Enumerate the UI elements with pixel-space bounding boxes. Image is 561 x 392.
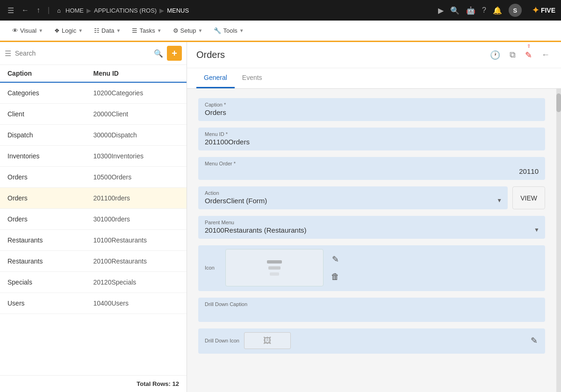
action-dropdown-arrow[interactable]: ▼ bbox=[496, 197, 502, 204]
up-icon[interactable]: ↑ bbox=[35, 4, 42, 16]
chevron-down-icon: ▼ bbox=[116, 28, 121, 33]
table-body: Categories 10200Categories Client 20000C… bbox=[0, 83, 187, 375]
play-icon[interactable]: ▶ bbox=[438, 6, 444, 15]
right-panel: Orders 🕐 ⧉ ⇧ ✎ ← General Events bbox=[187, 42, 561, 392]
caption-value[interactable]: Orders bbox=[205, 108, 539, 116]
hamburger-icon[interactable]: ☰ bbox=[6, 4, 16, 17]
caption-label: Caption * bbox=[205, 102, 539, 107]
breadcrumb: ⌂ HOME ▶ APPLICATIONS (ROS) ▶ MENUS bbox=[55, 5, 434, 16]
icon-delete-button[interactable]: 🗑 bbox=[330, 271, 340, 283]
menu-id-label: Menu ID * bbox=[205, 131, 539, 137]
search-bar: ☰ 🔍 + bbox=[0, 42, 187, 65]
table-row[interactable]: Users 10400Users bbox=[0, 293, 187, 314]
menu-order-value[interactable]: 20110 bbox=[205, 167, 539, 175]
icon-layer-2 bbox=[268, 266, 280, 270]
table-row[interactable]: Client 20000Client bbox=[0, 104, 187, 125]
right-actions: 🕐 ⧉ ⇧ ✎ ← bbox=[488, 48, 552, 62]
drill-down-icon-field: Drill Down Icon 🖼 ✎ bbox=[198, 328, 545, 354]
drill-down-icon-edit-button[interactable]: ✎ bbox=[530, 335, 539, 347]
chevron-down-icon: ▼ bbox=[239, 28, 244, 33]
nav-item-setup[interactable]: ⚙ Setup ▼ bbox=[168, 24, 208, 37]
chevron-down-icon: ▼ bbox=[78, 28, 83, 33]
table-row[interactable]: Categories 10200Categories bbox=[0, 83, 187, 104]
filter-icon[interactable]: ☰ bbox=[5, 49, 11, 58]
parent-menu-dropdown-arrow[interactable]: ▼ bbox=[534, 227, 539, 233]
table-row[interactable]: Specials 20120Specials bbox=[0, 272, 187, 293]
nav-item-visual[interactable]: 👁 Visual ▼ bbox=[7, 24, 48, 37]
left-panel: ☰ 🔍 + Caption Menu ID Categories 10200Ca… bbox=[0, 42, 187, 392]
tasks-icon: ☰ bbox=[132, 27, 137, 34]
home-icon[interactable]: ⌂ bbox=[55, 5, 63, 16]
breadcrumb-home[interactable]: HOME bbox=[65, 7, 84, 14]
table-row[interactable]: Dispatch 30000Dispatch bbox=[0, 125, 187, 146]
tab-general[interactable]: General bbox=[196, 68, 235, 88]
action-label: Action bbox=[205, 190, 501, 196]
menu-id-value[interactable]: 201100Orders bbox=[205, 138, 539, 146]
table-row[interactable]: Orders 301000rders bbox=[0, 209, 187, 230]
table-row[interactable]: Orders 10500Orders bbox=[0, 167, 187, 188]
bell-icon[interactable]: 🔔 bbox=[493, 6, 502, 15]
secondary-navigation: 👁 Visual ▼ ❖ Logic ▼ ☷ Data ▼ ☰ Tasks ▼ … bbox=[0, 21, 561, 42]
icon-actions: ✎ 🗑 bbox=[330, 253, 340, 283]
nav-right-actions: ▶ 🔍 🤖 ? 🔔 S ✦ FIVE bbox=[438, 4, 555, 17]
icon-label: Icon bbox=[205, 265, 219, 271]
parent-menu-label: Parent Menu bbox=[205, 220, 539, 225]
drill-down-icon-preview: 🖼 bbox=[244, 332, 291, 349]
eye-icon: 👁 bbox=[12, 27, 18, 34]
menu-id-field: Menu ID * 201100Orders bbox=[198, 128, 545, 150]
gear-icon: ⚙ bbox=[173, 27, 179, 34]
tools-icon: 🔧 bbox=[214, 27, 221, 34]
nav-item-tasks[interactable]: ☰ Tasks ▼ bbox=[127, 24, 166, 37]
top-navigation: ☰ ← ↑ | ⌂ HOME ▶ APPLICATIONS (ROS) ▶ ME… bbox=[0, 0, 561, 21]
table-row[interactable]: Restaurants 20100Restaurants bbox=[0, 251, 187, 272]
nav-item-data[interactable]: ☷ Data ▼ bbox=[89, 24, 125, 37]
add-button[interactable]: + bbox=[167, 46, 182, 61]
table-header: Caption Menu ID bbox=[0, 65, 187, 83]
chevron-down-icon: ▼ bbox=[38, 28, 43, 33]
table-footer: Total Rows: 12 bbox=[0, 375, 187, 392]
copy-icon[interactable]: ⧉ bbox=[508, 48, 518, 62]
drill-down-caption-label: Drill Down Caption bbox=[205, 301, 539, 307]
action-field-group: Action OrdersClient (Form) ▼ VIEW bbox=[198, 186, 545, 209]
icon-layer-1 bbox=[267, 260, 282, 264]
back-icon[interactable]: ← bbox=[20, 4, 31, 16]
caption-column-header: Caption bbox=[7, 70, 94, 77]
form-area: Caption * Orders Menu ID * 201100Orders … bbox=[187, 89, 561, 392]
page-title: Orders bbox=[196, 50, 488, 60]
help-icon[interactable]: ? bbox=[482, 6, 486, 14]
chevron-down-icon: ▼ bbox=[198, 28, 203, 33]
icon-edit-button[interactable]: ✎ bbox=[330, 253, 340, 265]
nav-item-logic[interactable]: ❖ Logic ▼ bbox=[50, 24, 87, 37]
arrow-up-indicator: ⇧ bbox=[527, 43, 531, 49]
search-icon[interactable]: 🔍 bbox=[450, 6, 460, 15]
icon-layer-3 bbox=[270, 272, 279, 276]
scrollbar-thumb[interactable] bbox=[556, 93, 561, 112]
breadcrumb-menus[interactable]: MENUS bbox=[167, 7, 189, 14]
menuid-column-header: Menu ID bbox=[94, 70, 180, 77]
search-input[interactable] bbox=[15, 50, 150, 57]
breadcrumb-applications[interactable]: APPLICATIONS (ROS) bbox=[94, 7, 157, 14]
drill-down-caption-value[interactable] bbox=[205, 308, 539, 317]
table-row-selected[interactable]: Orders 201100rders bbox=[0, 188, 187, 209]
edit-pencil-icon[interactable]: ✎ bbox=[523, 48, 534, 62]
grid-icon: ☷ bbox=[94, 27, 100, 34]
right-scrollbar[interactable] bbox=[556, 89, 561, 392]
icon-field: Icon ✎ 🗑 bbox=[198, 245, 545, 291]
table-row[interactable]: Inventories 10300Inventories bbox=[0, 146, 187, 167]
clock-icon[interactable]: 🕐 bbox=[488, 48, 502, 62]
search-button[interactable]: 🔍 bbox=[154, 49, 163, 58]
avatar[interactable]: S bbox=[509, 4, 522, 17]
view-button[interactable]: VIEW bbox=[512, 186, 545, 209]
nav-item-tools[interactable]: 🔧 Tools ▼ bbox=[209, 24, 248, 37]
drill-down-icon-label: Drill Down Icon bbox=[205, 338, 239, 343]
five-star-icon: ✦ bbox=[532, 5, 539, 15]
parent-menu-value[interactable]: 20100Restaurants (Restaurants) bbox=[205, 226, 539, 234]
robot-icon[interactable]: 🤖 bbox=[466, 6, 475, 15]
table-row[interactable]: Restaurants 10100Restaurants bbox=[0, 230, 187, 251]
action-value[interactable]: OrdersClient (Form) bbox=[205, 197, 501, 205]
menu-order-label: Menu Order * bbox=[205, 161, 539, 166]
logic-icon: ❖ bbox=[54, 27, 60, 34]
back-arrow-icon[interactable]: ← bbox=[539, 48, 552, 62]
tab-events[interactable]: Events bbox=[235, 68, 270, 88]
action-field: Action OrdersClient (Form) ▼ bbox=[198, 186, 508, 209]
